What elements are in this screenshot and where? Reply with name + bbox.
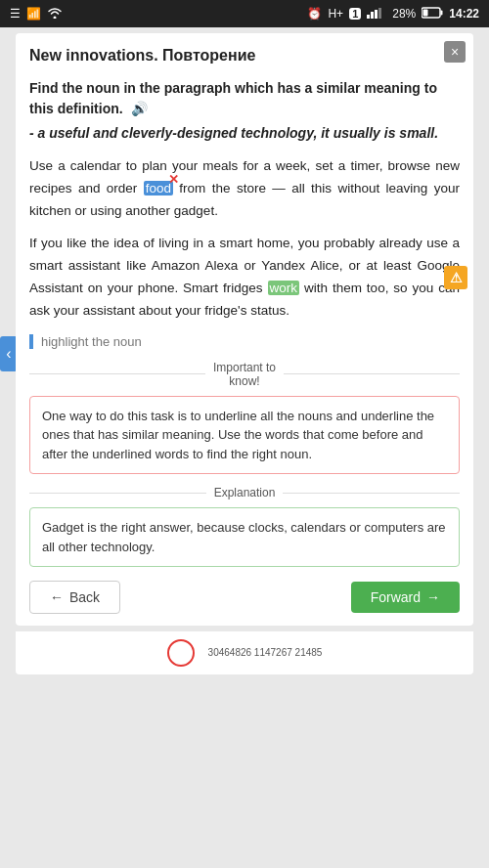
bottom-bar: 30464826 1147267 21485 bbox=[16, 631, 473, 674]
sim-icon: ☰ bbox=[10, 7, 21, 21]
explanation-box: Gadget is the right answer, because cloc… bbox=[29, 507, 460, 567]
bottom-numbers: 30464826 1147267 21485 bbox=[208, 646, 323, 660]
noun-input[interactable] bbox=[41, 334, 460, 349]
paragraph-2: If you like the idea of living in a smar… bbox=[29, 233, 460, 323]
arrow-left-icon: ‹ bbox=[6, 345, 11, 363]
sim-number: 1 bbox=[349, 8, 361, 20]
important-label: Important toknow! bbox=[213, 361, 276, 388]
alarm-icon: ⏰ bbox=[307, 7, 322, 21]
noun-input-area[interactable] bbox=[29, 334, 460, 349]
svg-rect-0 bbox=[367, 15, 370, 19]
highlight-work[interactable]: work bbox=[268, 281, 300, 295]
battery-label: 28% bbox=[392, 7, 416, 21]
paragraph-2-container: If you like the idea of living in a smar… bbox=[29, 233, 460, 323]
definition: - a useful and cleverly-designed technol… bbox=[29, 123, 460, 144]
important-divider: Important toknow! bbox=[29, 361, 460, 388]
close-button[interactable]: × bbox=[444, 41, 466, 63]
status-bar-left: ☰ 📶 bbox=[10, 7, 63, 22]
back-arrow-icon: ← bbox=[50, 589, 64, 605]
svg-rect-1 bbox=[371, 12, 374, 19]
network-label: H+ bbox=[328, 7, 343, 21]
audio-icon[interactable]: 🔊 bbox=[131, 99, 148, 119]
x-mark-food: ✕ bbox=[168, 173, 179, 186]
back-label: Back bbox=[69, 589, 100, 605]
explanation-divider: Explanation bbox=[29, 486, 460, 499]
buttons-row: ← Back Forward → bbox=[29, 581, 460, 614]
question-label: Find the noun in the paragraph which has… bbox=[29, 78, 460, 119]
battery-icon bbox=[422, 7, 443, 22]
close-icon: × bbox=[451, 44, 459, 60]
warning-icon[interactable]: ⚠ bbox=[444, 266, 467, 289]
svg-rect-6 bbox=[423, 9, 428, 16]
exp-divider-line-left bbox=[29, 493, 206, 494]
svg-rect-3 bbox=[378, 8, 381, 19]
explanation-label: Explanation bbox=[214, 486, 276, 499]
time-label: 14:22 bbox=[449, 7, 479, 21]
wifi-symbol bbox=[47, 7, 63, 22]
card-title: New innovations. Повторение bbox=[29, 47, 460, 65]
warning-symbol: ⚠ bbox=[450, 270, 463, 285]
status-bar: ☰ 📶 ⏰ H+ 1 28% bbox=[0, 0, 489, 27]
paragraph-1: Use a calendar to plan your meals for a … bbox=[29, 155, 460, 223]
exp-divider-line-right bbox=[283, 493, 460, 494]
highlight-food[interactable]: food✕ bbox=[144, 181, 173, 195]
divider-line-right bbox=[284, 373, 460, 374]
forward-arrow-icon: → bbox=[426, 589, 440, 605]
back-button[interactable]: ← Back bbox=[29, 581, 120, 614]
bottom-circle-icon bbox=[167, 639, 195, 667]
info-box: One way to do this task is to underline … bbox=[29, 396, 460, 475]
svg-rect-5 bbox=[441, 10, 443, 15]
status-bar-right: ⏰ H+ 1 28% 14:22 bbox=[307, 7, 479, 22]
divider-line-left bbox=[29, 373, 205, 374]
forward-button[interactable]: Forward → bbox=[351, 582, 460, 613]
signal-bars bbox=[367, 7, 386, 22]
main-card: × New innovations. Повторение Find the n… bbox=[16, 33, 473, 626]
forward-label: Forward bbox=[371, 589, 421, 605]
svg-rect-2 bbox=[375, 10, 378, 19]
wifi-icon: 📶 bbox=[26, 7, 41, 21]
